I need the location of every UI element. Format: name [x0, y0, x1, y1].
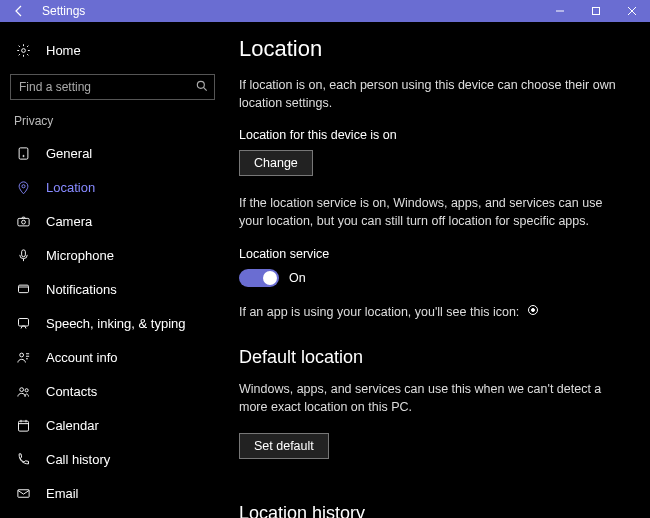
- contacts-icon: [14, 384, 32, 399]
- home-button[interactable]: Home: [8, 34, 217, 66]
- sidebar: Home Privacy GeneralLocationCameraMicrop…: [0, 22, 225, 518]
- heading-location-history: Location history: [239, 503, 624, 518]
- svg-point-11: [21, 220, 25, 224]
- sidebar-item-contacts[interactable]: Contacts: [8, 374, 217, 408]
- search-input[interactable]: [10, 74, 215, 100]
- sidebar-item-label: Call history: [46, 452, 110, 467]
- calendar-icon: [14, 418, 32, 433]
- sidebar-item-callhistory[interactable]: Call history: [8, 442, 217, 476]
- location-intro: If location is on, each person using thi…: [239, 76, 619, 112]
- content-pane: Location If location is on, each person …: [225, 22, 650, 518]
- sidebar-item-notifications[interactable]: Notifications: [8, 272, 217, 306]
- set-default-button[interactable]: Set default: [239, 433, 329, 459]
- gear-icon: [14, 43, 32, 58]
- sidebar-item-tasks[interactable]: Tasks: [8, 510, 217, 518]
- svg-point-16: [19, 387, 23, 391]
- sidebar-item-label: Email: [46, 486, 79, 501]
- search-box[interactable]: [10, 74, 215, 100]
- svg-point-9: [21, 184, 24, 187]
- close-button[interactable]: [614, 0, 650, 22]
- svg-rect-18: [18, 421, 28, 431]
- camera-icon: [14, 214, 32, 229]
- home-label: Home: [46, 43, 81, 58]
- heading-default-location: Default location: [239, 347, 624, 368]
- search-icon: [195, 79, 209, 93]
- sidebar-item-account[interactable]: Account info: [8, 340, 217, 374]
- notifications-icon: [14, 282, 32, 297]
- svg-rect-1: [593, 8, 600, 15]
- service-desc: If the location service is on, Windows, …: [239, 194, 619, 230]
- service-label: Location service: [239, 247, 624, 261]
- sidebar-item-location[interactable]: Location: [8, 170, 217, 204]
- default-desc: Windows, apps, and services can use this…: [239, 380, 619, 416]
- sidebar-item-label: Calendar: [46, 418, 99, 433]
- general-icon: [14, 146, 32, 161]
- account-icon: [14, 350, 32, 365]
- sidebar-item-label: Location: [46, 180, 95, 195]
- sidebar-item-email[interactable]: Email: [8, 476, 217, 510]
- svg-rect-7: [19, 147, 28, 158]
- svg-line-6: [203, 87, 206, 90]
- microphone-icon: [14, 248, 32, 263]
- sidebar-item-label: Contacts: [46, 384, 97, 399]
- minimize-button[interactable]: [542, 0, 578, 22]
- callhistory-icon: [14, 452, 32, 467]
- svg-rect-14: [18, 318, 28, 326]
- svg-point-22: [531, 309, 534, 312]
- svg-point-17: [25, 388, 28, 391]
- sidebar-item-camera[interactable]: Camera: [8, 204, 217, 238]
- email-icon: [14, 486, 32, 501]
- back-button[interactable]: [0, 0, 38, 22]
- sidebar-item-label: General: [46, 146, 92, 161]
- sidebar-item-calendar[interactable]: Calendar: [8, 408, 217, 442]
- change-button[interactable]: Change: [239, 150, 313, 176]
- maximize-button[interactable]: [578, 0, 614, 22]
- titlebar: Settings: [0, 0, 650, 22]
- svg-point-4: [21, 48, 25, 52]
- svg-point-8: [22, 155, 23, 156]
- sidebar-item-label: Camera: [46, 214, 92, 229]
- sidebar-item-label: Account info: [46, 350, 118, 365]
- category-label: Privacy: [14, 114, 217, 128]
- sidebar-item-speech[interactable]: Speech, inking, & typing: [8, 306, 217, 340]
- svg-rect-12: [21, 249, 25, 256]
- svg-point-15: [19, 353, 23, 357]
- window-title: Settings: [38, 4, 542, 18]
- window-controls: [542, 0, 650, 22]
- icon-notice: If an app is using your location, you'll…: [239, 303, 619, 322]
- svg-rect-13: [18, 285, 28, 293]
- device-state-label: Location for this device is on: [239, 128, 624, 142]
- svg-point-5: [197, 81, 204, 88]
- heading-location: Location: [239, 36, 624, 62]
- sidebar-item-label: Speech, inking, & typing: [46, 316, 185, 331]
- location-icon: [14, 180, 32, 195]
- toggle-state-label: On: [289, 271, 306, 285]
- location-service-toggle[interactable]: [239, 269, 279, 287]
- svg-rect-10: [17, 218, 28, 226]
- sidebar-item-label: Microphone: [46, 248, 114, 263]
- sidebar-item-general[interactable]: General: [8, 136, 217, 170]
- speech-icon: [14, 316, 32, 331]
- sidebar-item-microphone[interactable]: Microphone: [8, 238, 217, 272]
- svg-rect-19: [17, 489, 28, 497]
- sidebar-item-label: Notifications: [46, 282, 117, 297]
- location-indicator-icon: [527, 303, 539, 321]
